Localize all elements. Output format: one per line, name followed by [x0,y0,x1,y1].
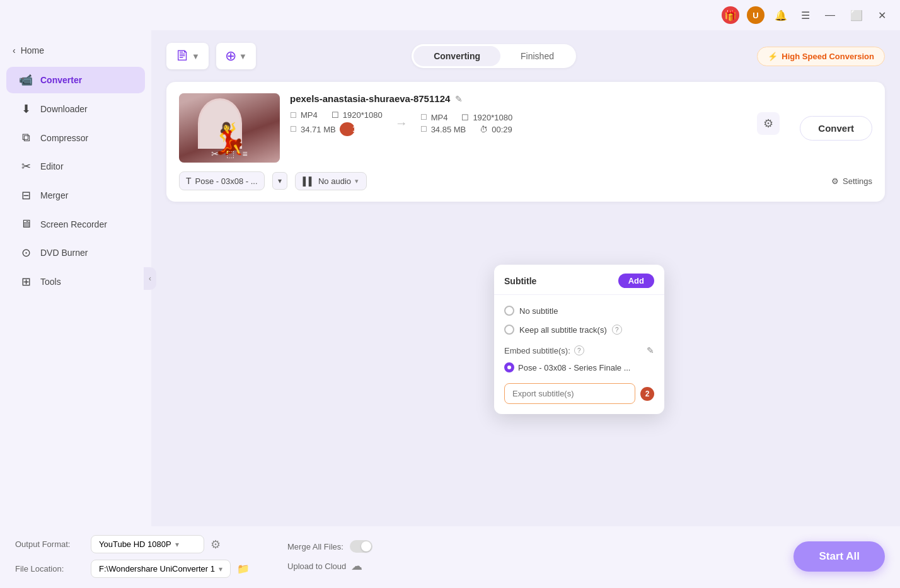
file-name-edit-icon[interactable]: ✎ [455,94,463,104]
upload-cloud-label: Upload to Cloud [287,562,346,571]
bottom-left: Output Format: YouTube HD 1080P ▾ ⚙ File… [15,535,250,578]
start-all-button[interactable]: Start All [793,541,885,572]
card-settings-button[interactable]: ⚙ Settings [831,176,872,186]
file-info: pexels-anastasia-shuraeva-8751124 ✎ ☐ MP… [290,93,780,136]
back-arrow-icon: ‹ [13,45,16,55]
tab-converting[interactable]: Converting [413,46,500,66]
output-format-value: YouTube HD 1080P [99,539,171,549]
main-content: 🖹 ▼ ⊕ ▼ Converting Finished ⚡ High Speed… [151,30,900,526]
settings-label: Settings [843,176,872,186]
input-size-icon: ☐ [290,125,297,134]
file-location-folder-icon[interactable]: 📁 [237,563,250,575]
high-speed-button[interactable]: ⚡ High Speed Conversion [757,47,885,66]
sidebar-item-converter[interactable]: 📹 Converter [6,67,145,93]
add-file-chevron-icon: ▼ [192,52,200,61]
upload-cloud-icon[interactable]: ☁ [351,559,362,573]
toolbar: 🖹 ▼ ⊕ ▼ Converting Finished ⚡ High Speed… [166,43,885,69]
dropdown-body: No subtitle Keep all subtitle track(s) ?… [494,295,664,414]
crop-icon[interactable]: ⬚ [226,149,234,159]
sidebar-collapse-button[interactable]: ‹ [144,267,156,290]
subtitle-add-button[interactable]: Add [618,274,654,288]
embed-subtitle-item[interactable]: Pose - 03x08 - Series Finale ... [504,358,654,377]
sidebar-item-dvd-burner[interactable]: ⊙ DVD Burner [6,239,145,266]
bottom-bar: Output Format: YouTube HD 1080P ▾ ⚙ File… [0,526,900,588]
keep-all-info-icon[interactable]: ? [612,325,622,335]
file-location-select[interactable]: F:\Wondershare UniConverter 1 ▾ [91,560,231,578]
tools-icon: ⊞ [19,275,33,289]
bottom-right-options: Merge All Files: Upload to Cloud ☁ [287,540,372,573]
tab-bar: Converting Finished [412,44,576,68]
input-badge: 1 [340,122,355,136]
user-icon[interactable]: U [747,6,764,24]
maximize-button[interactable]: ⬜ [846,7,867,24]
merge-toggle[interactable] [350,540,372,553]
add-url-chevron-icon: ▼ [239,52,247,61]
tab-finished[interactable]: Finished [500,46,574,66]
file-meta: ☐ MP4 ☐ 1920*1080 ☐ 34.71 MB 1 [290,110,780,136]
export-row: 2 [504,377,654,408]
screen-recorder-icon: 🖥 [19,217,33,231]
add-url-button[interactable]: ⊕ ▼ [216,43,256,69]
audio-icon: ▌▌ [303,176,314,186]
subtitle-dropdown-trigger[interactable]: T Pose - 03x08 - ... [179,171,265,190]
cut-icon[interactable]: ✂ [211,149,219,159]
file-settings-icon-button[interactable]: ⚙ [757,112,780,135]
thumb-controls: ✂ ⬚ ≡ [179,149,280,159]
export-subtitle-input[interactable] [504,383,635,404]
sidebar-home[interactable]: ‹ Home [0,40,151,66]
convert-button[interactable]: Convert [800,116,872,141]
output-format-chevron-icon: ▾ [175,540,179,549]
close-button[interactable]: ✕ [874,7,890,24]
keep-all-radio[interactable] [504,325,514,335]
output-format-icon: ☐ [420,113,427,122]
output-duration: 00:29 [492,125,512,134]
subtitle-chevron-button[interactable]: ▾ [272,172,287,190]
sidebar-item-label-screen-recorder: Screen Recorder [40,219,107,229]
minimize-button[interactable]: — [821,7,839,23]
output-size-row: ☐ 34.85 MB ⏱ 00:29 [420,125,513,134]
keep-all-option[interactable]: Keep all subtitle track(s) ? [504,320,654,339]
sidebar-item-merger[interactable]: ⊟ Merger [6,182,145,209]
embed-section-label-row: Embed subtitle(s): ? ✎ [504,342,654,358]
effects-icon[interactable]: ≡ [242,149,247,159]
upload-cloud-row: Upload to Cloud ☁ [287,559,372,573]
titlebar: 🎁 U 🔔 ☰ — ⬜ ✕ [0,0,900,30]
add-file-button[interactable]: 🖹 ▼ [166,43,209,69]
sidebar: ‹ Home 📹 Converter ⬇ Downloader ⧉ Compre… [0,30,151,526]
output-format-select[interactable]: YouTube HD 1080P ▾ [91,535,204,553]
sidebar-item-label-dvd-burner: DVD Burner [40,248,88,258]
add-file-icon: 🖹 [175,48,189,64]
input-format-icon: ☐ [290,111,297,120]
input-format: MP4 [301,110,318,120]
embed-subtitle-label: Pose - 03x08 - Series Finale ... [518,363,630,372]
sidebar-item-downloader[interactable]: ⬇ Downloader [6,96,145,122]
settings-icon-sm: ⚙ [831,176,839,186]
audio-dropdown[interactable]: ▌▌ No audio ▾ [295,172,367,190]
sidebar-item-tools[interactable]: ⊞ Tools [6,268,145,295]
app-body: ‹ Home 📹 Converter ⬇ Downloader ⧉ Compre… [0,30,900,526]
output-duration-icon: ⏱ [470,125,488,134]
no-subtitle-radio[interactable] [504,306,514,316]
sidebar-item-label-merger: Merger [40,190,68,200]
sidebar-item-screen-recorder[interactable]: 🖥 Screen Recorder [6,211,145,237]
sidebar-item-compressor[interactable]: ⧉ Compressor [6,125,145,151]
no-subtitle-label: No subtitle [519,306,558,316]
sidebar-item-editor[interactable]: ✂ Editor [6,153,145,180]
sidebar-item-label-tools: Tools [40,277,61,287]
output-format-settings-icon[interactable]: ⚙ [211,538,221,551]
embed-info-icon[interactable]: ? [574,345,584,355]
embed-external-link-icon[interactable]: ✎ [647,345,654,355]
sidebar-item-label-converter: Converter [40,75,82,85]
input-meta-block: ☐ MP4 ☐ 1920*1080 ☐ 34.71 MB 1 [290,110,383,136]
export-badge: 2 [640,387,654,401]
no-subtitle-option[interactable]: No subtitle [504,301,654,320]
file-location-label: File Location: [15,564,84,574]
gift-icon[interactable]: 🎁 [722,6,739,24]
file-thumbnail: 💃 ✂ ⬚ ≡ [179,93,280,163]
audio-chevron-icon: ▾ [355,177,359,185]
menu-button[interactable]: ☰ [797,7,814,24]
merge-all-row: Merge All Files: [287,540,372,553]
embed-subtitle-radio[interactable] [504,362,514,372]
bell-icon[interactable]: 🔔 [772,6,790,24]
output-format-label: Output Format: [15,539,84,549]
